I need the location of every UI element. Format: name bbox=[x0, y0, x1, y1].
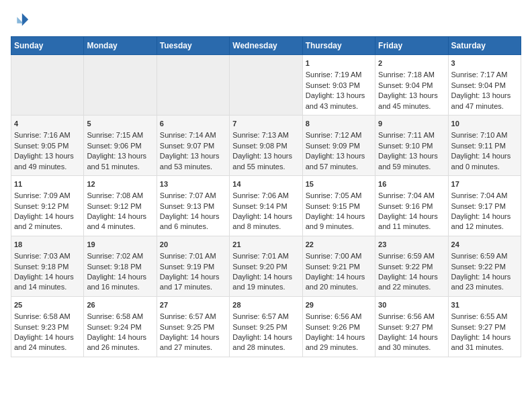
day-number: 27 bbox=[160, 300, 226, 310]
day-info: Sunrise: 7:16 AM Sunset: 9:05 PM Dayligh… bbox=[14, 131, 74, 170]
day-cell bbox=[157, 55, 229, 116]
day-cell: 23Sunrise: 6:59 AM Sunset: 9:22 PM Dayli… bbox=[375, 236, 448, 296]
day-number: 9 bbox=[378, 119, 445, 129]
day-cell: 12Sunrise: 7:08 AM Sunset: 9:12 PM Dayli… bbox=[84, 175, 157, 236]
day-number: 8 bbox=[306, 119, 372, 129]
day-info: Sunrise: 6:58 AM Sunset: 9:24 PM Dayligh… bbox=[87, 312, 146, 351]
day-cell: 27Sunrise: 6:57 AM Sunset: 9:25 PM Dayli… bbox=[157, 296, 229, 357]
col-header-saturday: Saturday bbox=[448, 37, 521, 55]
day-cell: 30Sunrise: 6:56 AM Sunset: 9:27 PM Dayli… bbox=[375, 296, 448, 357]
day-info: Sunrise: 7:11 AM Sunset: 9:10 PM Dayligh… bbox=[378, 131, 438, 170]
day-cell: 4Sunrise: 7:16 AM Sunset: 9:05 PM Daylig… bbox=[11, 115, 84, 175]
day-number: 29 bbox=[306, 300, 372, 310]
day-info: Sunrise: 6:57 AM Sunset: 9:25 PM Dayligh… bbox=[160, 312, 220, 351]
page-header bbox=[11, 11, 521, 30]
day-cell: 11Sunrise: 7:09 AM Sunset: 9:12 PM Dayli… bbox=[11, 175, 84, 236]
col-header-sunday: Sunday bbox=[11, 37, 84, 55]
day-number: 25 bbox=[14, 300, 81, 310]
day-number: 14 bbox=[232, 179, 299, 189]
logo-icon bbox=[11, 11, 30, 30]
day-info: Sunrise: 7:19 AM Sunset: 9:03 PM Dayligh… bbox=[306, 71, 365, 109]
day-info: Sunrise: 7:01 AM Sunset: 9:20 PM Dayligh… bbox=[232, 252, 292, 291]
day-cell: 17Sunrise: 7:04 AM Sunset: 9:17 PM Dayli… bbox=[448, 175, 521, 236]
day-info: Sunrise: 7:00 AM Sunset: 9:21 PM Dayligh… bbox=[306, 252, 365, 291]
day-number: 10 bbox=[451, 119, 518, 129]
week-row-5: 25Sunrise: 6:58 AM Sunset: 9:23 PM Dayli… bbox=[11, 296, 521, 357]
day-number: 19 bbox=[87, 240, 153, 250]
day-info: Sunrise: 6:58 AM Sunset: 9:23 PM Dayligh… bbox=[14, 312, 74, 351]
day-cell: 2Sunrise: 7:18 AM Sunset: 9:04 PM Daylig… bbox=[375, 55, 448, 116]
calendar-table: SundayMondayTuesdayWednesdayThursdayFrid… bbox=[11, 36, 521, 357]
day-cell: 19Sunrise: 7:02 AM Sunset: 9:18 PM Dayli… bbox=[84, 236, 157, 296]
col-header-tuesday: Tuesday bbox=[157, 37, 229, 55]
day-number: 21 bbox=[232, 240, 299, 250]
week-row-4: 18Sunrise: 7:03 AM Sunset: 9:18 PM Dayli… bbox=[11, 236, 521, 296]
day-cell bbox=[230, 55, 302, 116]
day-info: Sunrise: 6:55 AM Sunset: 9:27 PM Dayligh… bbox=[451, 312, 511, 351]
day-number: 23 bbox=[378, 240, 445, 250]
day-number: 12 bbox=[87, 179, 153, 189]
day-cell bbox=[11, 55, 84, 116]
day-cell: 29Sunrise: 6:56 AM Sunset: 9:26 PM Dayli… bbox=[302, 296, 375, 357]
day-cell: 1Sunrise: 7:19 AM Sunset: 9:03 PM Daylig… bbox=[302, 55, 375, 116]
day-info: Sunrise: 6:57 AM Sunset: 9:25 PM Dayligh… bbox=[232, 312, 292, 351]
day-number: 2 bbox=[378, 58, 445, 68]
day-number: 17 bbox=[451, 179, 518, 189]
day-info: Sunrise: 7:04 AM Sunset: 9:16 PM Dayligh… bbox=[378, 191, 438, 230]
day-number: 18 bbox=[14, 240, 81, 250]
day-number: 13 bbox=[160, 179, 226, 189]
col-header-wednesday: Wednesday bbox=[230, 37, 302, 55]
svg-marker-0 bbox=[22, 13, 28, 26]
day-info: Sunrise: 7:08 AM Sunset: 9:12 PM Dayligh… bbox=[87, 191, 146, 230]
day-number: 22 bbox=[306, 240, 372, 250]
day-number: 16 bbox=[378, 179, 445, 189]
day-cell: 24Sunrise: 6:59 AM Sunset: 9:22 PM Dayli… bbox=[448, 236, 521, 296]
day-cell: 8Sunrise: 7:12 AM Sunset: 9:09 PM Daylig… bbox=[302, 115, 375, 175]
day-info: Sunrise: 7:14 AM Sunset: 9:07 PM Dayligh… bbox=[160, 131, 220, 170]
day-number: 28 bbox=[232, 300, 299, 310]
day-info: Sunrise: 7:17 AM Sunset: 9:04 PM Dayligh… bbox=[451, 71, 511, 109]
day-number: 6 bbox=[160, 119, 226, 129]
day-info: Sunrise: 7:05 AM Sunset: 9:15 PM Dayligh… bbox=[306, 191, 365, 230]
day-info: Sunrise: 7:06 AM Sunset: 9:14 PM Dayligh… bbox=[232, 191, 292, 230]
day-number: 24 bbox=[451, 240, 518, 250]
day-number: 5 bbox=[87, 119, 153, 129]
col-header-friday: Friday bbox=[375, 37, 448, 55]
day-cell: 25Sunrise: 6:58 AM Sunset: 9:23 PM Dayli… bbox=[11, 296, 84, 357]
header-row: SundayMondayTuesdayWednesdayThursdayFrid… bbox=[11, 37, 521, 55]
day-cell: 31Sunrise: 6:55 AM Sunset: 9:27 PM Dayli… bbox=[448, 296, 521, 357]
day-cell: 14Sunrise: 7:06 AM Sunset: 9:14 PM Dayli… bbox=[230, 175, 302, 236]
day-number: 20 bbox=[160, 240, 226, 250]
day-info: Sunrise: 7:07 AM Sunset: 9:13 PM Dayligh… bbox=[160, 191, 220, 230]
day-number: 15 bbox=[306, 179, 372, 189]
day-info: Sunrise: 7:12 AM Sunset: 9:09 PM Dayligh… bbox=[306, 131, 365, 170]
day-info: Sunrise: 6:56 AM Sunset: 9:26 PM Dayligh… bbox=[306, 312, 365, 351]
day-cell: 6Sunrise: 7:14 AM Sunset: 9:07 PM Daylig… bbox=[157, 115, 229, 175]
day-number: 7 bbox=[232, 119, 299, 129]
col-header-monday: Monday bbox=[84, 37, 157, 55]
day-number: 11 bbox=[14, 179, 81, 189]
day-number: 26 bbox=[87, 300, 153, 310]
day-cell: 21Sunrise: 7:01 AM Sunset: 9:20 PM Dayli… bbox=[230, 236, 302, 296]
week-row-1: 1Sunrise: 7:19 AM Sunset: 9:03 PM Daylig… bbox=[11, 55, 521, 116]
day-info: Sunrise: 7:04 AM Sunset: 9:17 PM Dayligh… bbox=[451, 191, 511, 230]
logo bbox=[11, 11, 32, 30]
day-number: 31 bbox=[451, 300, 518, 310]
day-cell: 5Sunrise: 7:15 AM Sunset: 9:06 PM Daylig… bbox=[84, 115, 157, 175]
day-cell: 18Sunrise: 7:03 AM Sunset: 9:18 PM Dayli… bbox=[11, 236, 84, 296]
day-info: Sunrise: 7:02 AM Sunset: 9:18 PM Dayligh… bbox=[87, 252, 146, 291]
day-cell: 7Sunrise: 7:13 AM Sunset: 9:08 PM Daylig… bbox=[230, 115, 302, 175]
day-info: Sunrise: 6:59 AM Sunset: 9:22 PM Dayligh… bbox=[451, 252, 511, 291]
week-row-3: 11Sunrise: 7:09 AM Sunset: 9:12 PM Dayli… bbox=[11, 175, 521, 236]
day-info: Sunrise: 6:59 AM Sunset: 9:22 PM Dayligh… bbox=[378, 252, 438, 291]
day-info: Sunrise: 7:09 AM Sunset: 9:12 PM Dayligh… bbox=[14, 191, 74, 230]
day-cell: 13Sunrise: 7:07 AM Sunset: 9:13 PM Dayli… bbox=[157, 175, 229, 236]
day-info: Sunrise: 7:10 AM Sunset: 9:11 PM Dayligh… bbox=[451, 131, 511, 170]
day-cell: 3Sunrise: 7:17 AM Sunset: 9:04 PM Daylig… bbox=[448, 55, 521, 116]
day-number: 30 bbox=[378, 300, 445, 310]
day-number: 4 bbox=[14, 119, 81, 129]
day-cell: 9Sunrise: 7:11 AM Sunset: 9:10 PM Daylig… bbox=[375, 115, 448, 175]
day-cell: 15Sunrise: 7:05 AM Sunset: 9:15 PM Dayli… bbox=[302, 175, 375, 236]
week-row-2: 4Sunrise: 7:16 AM Sunset: 9:05 PM Daylig… bbox=[11, 115, 521, 175]
day-info: Sunrise: 7:01 AM Sunset: 9:19 PM Dayligh… bbox=[160, 252, 220, 291]
